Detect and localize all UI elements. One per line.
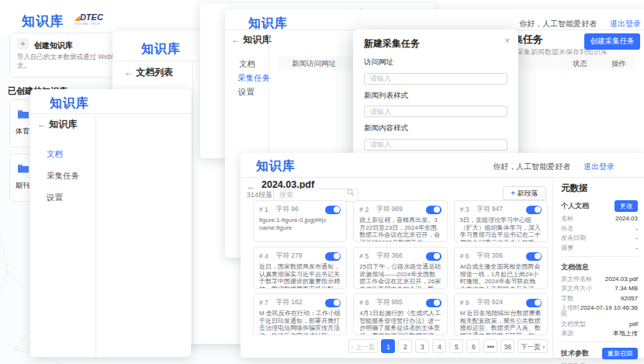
folder-icon: [17, 163, 29, 173]
logout-link[interactable]: 退出登录: [583, 162, 615, 171]
segment-id: # 3: [460, 206, 469, 213]
pagination-page-6[interactable]: 6: [466, 339, 480, 353]
search-icon: [347, 189, 355, 196]
metadata-panel: 元数据 个人文档 更改 名称2024.03 作者- 发表日期- 摘要- 文档信息…: [552, 177, 644, 364]
header-user-area: 你好，人工智能爱好者 退出登录: [493, 161, 615, 172]
meta-row: 原文件名称2024.03.pdf: [561, 276, 638, 283]
change-button[interactable]: 更改: [615, 200, 638, 212]
field-label-content-style: 新闻内容样式: [364, 123, 507, 133]
segment-card-8[interactable]: # 8字符 985 4月1日起施行的《生成式人工智能服务管理暂行办法》进一步明确…: [353, 293, 447, 335]
segment-toggle[interactable]: [325, 299, 341, 307]
segment-text: 25日下午，公路水路交通基础设施领域——2024年全国数据工作会议在北京召开，2…: [359, 263, 441, 289]
app-logo: 知识库: [50, 95, 89, 112]
segment-text: 近日，国家数据局发布通知，认真贯彻落实习近平总书记关于数字中国建设的重要指示精神…: [259, 263, 341, 289]
app-logo: 知识库: [256, 158, 296, 175]
segment-toggle[interactable]: [426, 299, 441, 307]
divider: [561, 256, 638, 257]
news-content-style-input[interactable]: [364, 139, 507, 151]
segment-card-5[interactable]: # 5字符 366 25日下午，公路水路交通基础设施领域——2024年全国数据工…: [353, 247, 447, 289]
segment-card-4[interactable]: # 4字符 278 近日，国家数据局发布通知，认真贯彻落实习近平总书记关于数字中…: [253, 247, 347, 289]
segment-toggle[interactable]: [426, 206, 441, 214]
segment-toggle[interactable]: [526, 206, 542, 214]
meta-row: 原文件大小7.34 MB: [561, 286, 638, 292]
segment-toggle[interactable]: [526, 252, 542, 261]
segment-id: # 7: [259, 299, 268, 307]
pagination-next[interactable]: 下一页 ›: [518, 339, 548, 353]
add-segment-button[interactable]: + 新段落: [503, 186, 546, 200]
sidebar-item-documents[interactable]: 文档: [239, 59, 255, 70]
segment-toggle[interactable]: [426, 252, 441, 261]
plus-icon: +: [511, 189, 515, 197]
pagination-page-1[interactable]: 1: [381, 339, 395, 353]
sidebar-item-settings[interactable]: 设置: [47, 192, 63, 203]
divider: [561, 341, 638, 342]
segment-toggle[interactable]: [526, 299, 542, 307]
segment-id: # 2: [359, 206, 369, 213]
sidebar-item-collection-tasks[interactable]: 采集任务: [237, 73, 270, 84]
sidebar-item-documents[interactable]: 文档: [47, 149, 63, 160]
sidebar-item-settings[interactable]: 设置: [238, 87, 254, 98]
segment-text: M 近日各地陆续出台数据要素相关配套政策，聚焦公共数据授权运营、数据资产入表、数…: [460, 310, 542, 335]
back-arrow-icon[interactable]: ←: [124, 67, 133, 78]
paragraph-count: 314段落: [247, 190, 272, 200]
char-count: 字符 366: [376, 251, 403, 261]
pagination-ellipsis[interactable]: •••: [483, 339, 497, 353]
pagination-page-3[interactable]: 3: [415, 339, 429, 353]
sidebar-item-collection-tasks[interactable]: 采集任务: [47, 171, 79, 182]
meta-row: 作者-: [561, 226, 638, 232]
char-count: 字符 162: [276, 298, 303, 307]
create-kb-title: 创建知识库: [34, 40, 73, 51]
pagination: ‹ 上一页 1 2 3 4 5 6 ••• 36 下一页 ›: [253, 339, 548, 353]
close-icon[interactable]: ×: [505, 36, 510, 45]
meta-row: 名称2024.03: [561, 216, 638, 222]
tech-params-title: 技术参数: [561, 348, 589, 359]
field-label-list-style: 新闻列表样式: [364, 91, 507, 101]
field-label-url: 访问网址: [364, 57, 507, 68]
sidebar-divider: [192, 61, 193, 344]
pagination-page-4[interactable]: 4: [432, 339, 446, 353]
segment-text: AI合成主播全面亮相全国两会报道一线，1月起已上岗24小时播报。2024年春节联…: [460, 263, 542, 289]
search-box: [273, 186, 358, 199]
segment-card-7[interactable]: # 7字符 162 M 全民反诈在行动：工作小组于近日印发通知，部署开展打击治理…: [253, 293, 347, 335]
news-list-style-input[interactable]: [364, 106, 507, 117]
header-divider: [30, 113, 191, 114]
pagination-page-36[interactable]: 36: [500, 339, 514, 353]
char-count: 字符 278: [276, 251, 303, 261]
back-kb[interactable]: ← 知识库: [231, 33, 271, 47]
meta-row: 文档类型pdf: [561, 321, 638, 328]
back-doc-list[interactable]: ← 文档列表: [124, 66, 173, 79]
segment-toggle[interactable]: [325, 206, 341, 214]
screen: 知识库 ◢DTEC DIGITAL TECH + 创建知识库 导入自己的文本数据…: [0, 0, 644, 364]
meta-row: 来源本地上传: [561, 331, 638, 337]
url-input[interactable]: [364, 73, 507, 85]
segment-card-2[interactable]: # 2字符 969 踏上新征程，奋楫再出发。3月22日至23日，2024年全国数…: [353, 200, 447, 242]
segment-id: # 9: [460, 299, 469, 307]
segment-text: figure:1-figure-0.jpg|##|c name:figure: [259, 217, 341, 231]
logout-link[interactable]: 退出登录: [610, 19, 641, 28]
dtec-brand-logo: ◢DTEC DIGITAL TECH: [74, 12, 103, 26]
char-count: 字符 96: [276, 205, 299, 214]
recall-button[interactable]: 重新召回: [602, 348, 638, 359]
pagination-page-2[interactable]: 2: [398, 339, 412, 353]
pagination-prev[interactable]: ‹ 上一页: [348, 339, 379, 353]
segment-text: 4月1日起施行的《生成式人工智能服务管理暂行办法》进一步明确了服务提供者的主体责…: [359, 310, 441, 335]
back-arrow-icon[interactable]: ←: [231, 34, 241, 45]
app-logo: 知识库: [22, 12, 64, 30]
segment-card-6[interactable]: # 6字符 306 AI合成主播全面亮相全国两会报道一线，1月起已上岗24小时播…: [454, 247, 548, 289]
pagination-page-5[interactable]: 5: [449, 339, 463, 353]
segment-card-1[interactable]: # 1字符 96 figure:1-figure-0.jpg|##|c name…: [253, 200, 347, 242]
segment-toggle[interactable]: [325, 252, 341, 261]
char-count: 字符 306: [476, 251, 503, 261]
back-arrow-icon[interactable]: ←: [37, 119, 47, 130]
meta-row: 字数92057: [561, 296, 638, 302]
folder-icon: [17, 109, 29, 119]
search-input[interactable]: [273, 189, 358, 202]
segment-card-3[interactable]: # 3字符 947 5日，党组理论学习中心组（扩大）组织集体学习，深入学习贯彻习…: [454, 200, 548, 242]
back-kb[interactable]: ← 知识库: [37, 118, 77, 131]
segment-id: # 8: [359, 299, 369, 307]
segment-card-9[interactable]: # 9字符 924 M 近日各地陆续出台数据要素相关配套政策，聚焦公共数据授权运…: [454, 293, 548, 335]
metadata-title: 元数据: [561, 182, 638, 194]
create-task-button[interactable]: 创建采集任务: [584, 33, 640, 50]
greeting-text: 你好，人工智能爱好者: [493, 162, 570, 171]
header-user-area: 你好，人工智能爱好者 退出登录: [519, 19, 641, 29]
